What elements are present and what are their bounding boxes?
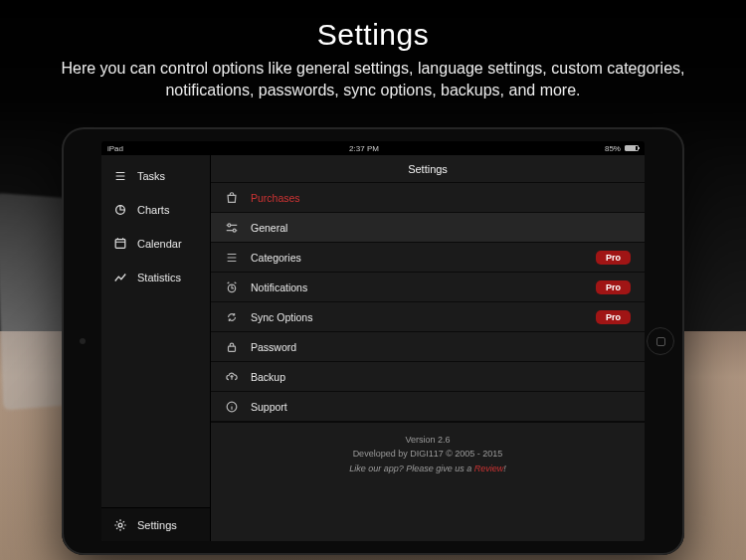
line-chart-icon xyxy=(113,271,127,284)
sidebar-item-tasks[interactable]: Tasks xyxy=(101,159,210,193)
status-device-label: iPad xyxy=(107,144,123,153)
svg-rect-7 xyxy=(229,346,236,351)
sidebar-item-label: Statistics xyxy=(137,272,181,283)
pie-chart-icon xyxy=(113,203,127,217)
settings-row-purchases[interactable]: Purchases xyxy=(211,183,645,213)
list-icon xyxy=(225,251,239,265)
settings-row-label: Password xyxy=(251,341,631,353)
sliders-icon xyxy=(225,221,239,235)
tablet-camera xyxy=(80,338,86,344)
sidebar-item-label: Settings xyxy=(137,519,177,531)
settings-row-password[interactable]: Password xyxy=(211,332,645,362)
settings-row-label: Sync Options xyxy=(251,311,584,323)
home-button[interactable] xyxy=(647,327,674,355)
cloud-upload-icon xyxy=(225,370,239,384)
promo-subtitle: Here you can control options like genera… xyxy=(0,58,746,100)
settings-row-general[interactable]: General xyxy=(211,213,645,243)
settings-panel: Settings Purchases General xyxy=(211,155,645,541)
developer-label: Developed by DIGI117 © 2005 - 2015 xyxy=(219,447,637,461)
tablet-frame: iPad 2:37 PM 85% xyxy=(62,127,684,555)
status-battery-text: 85% xyxy=(605,144,621,153)
gear-icon xyxy=(113,518,127,532)
pro-badge: Pro xyxy=(596,280,631,294)
list-icon xyxy=(113,169,127,183)
pro-badge: Pro xyxy=(596,251,631,265)
version-label: Version 2.6 xyxy=(219,433,637,447)
lock-icon xyxy=(225,340,239,354)
settings-row-backup[interactable]: Backup xyxy=(211,362,645,392)
settings-row-categories[interactable]: Categories Pro xyxy=(211,243,645,273)
sidebar-item-label: Charts xyxy=(137,204,169,216)
settings-row-label: Notifications xyxy=(251,281,584,293)
sidebar-item-label: Calendar xyxy=(137,238,182,250)
svg-point-3 xyxy=(118,523,122,527)
info-icon xyxy=(225,400,239,414)
sidebar-item-label: Tasks xyxy=(137,170,165,182)
sidebar-item-calendar[interactable]: Calendar xyxy=(101,227,210,261)
settings-row-label: Purchases xyxy=(251,192,631,204)
status-time: 2:37 PM xyxy=(349,144,379,153)
pro-badge: Pro xyxy=(596,310,631,324)
settings-footer: Version 2.6 Developed by DIGI117 © 2005 … xyxy=(211,422,645,489)
alarm-icon xyxy=(225,280,239,294)
battery-icon xyxy=(625,145,639,151)
settings-row-support[interactable]: Support xyxy=(211,392,645,422)
review-prefix: Like our app? Please give us a xyxy=(349,464,474,473)
promo-title: Settings xyxy=(0,18,746,52)
settings-row-label: Backup xyxy=(251,371,631,383)
sync-icon xyxy=(225,310,239,324)
calendar-icon xyxy=(113,237,127,251)
tablet-screen: iPad 2:37 PM 85% xyxy=(101,141,645,541)
svg-point-5 xyxy=(233,229,236,232)
settings-row-sync[interactable]: Sync Options Pro xyxy=(211,302,645,332)
sidebar-item-charts[interactable]: Charts xyxy=(101,193,210,227)
svg-rect-2 xyxy=(115,240,125,249)
status-bar: iPad 2:37 PM 85% xyxy=(101,141,645,155)
review-suffix: ! xyxy=(503,464,506,473)
svg-point-4 xyxy=(228,223,231,226)
settings-row-label: Support xyxy=(251,401,631,413)
bag-icon xyxy=(225,191,239,205)
page-title: Settings xyxy=(211,155,645,183)
sidebar-item-settings[interactable]: Settings xyxy=(101,507,210,541)
sidebar: Tasks Charts Calendar xyxy=(101,155,211,541)
settings-row-label: Categories xyxy=(251,252,584,264)
review-link[interactable]: Review xyxy=(474,464,504,473)
settings-row-notifications[interactable]: Notifications Pro xyxy=(211,273,645,302)
settings-row-label: General xyxy=(251,222,631,234)
sidebar-item-statistics[interactable]: Statistics xyxy=(101,261,210,294)
